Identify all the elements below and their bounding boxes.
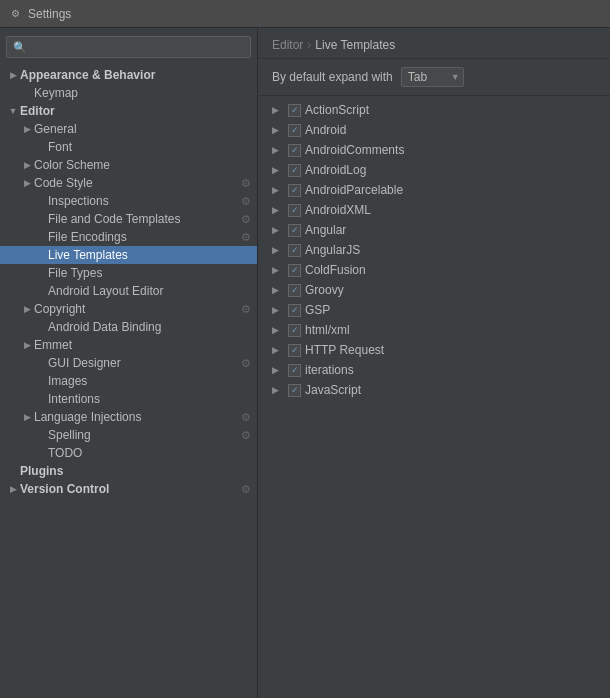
template-item[interactable]: ▶✓ActionScript [258, 100, 610, 120]
sidebar-item-emmet[interactable]: ▶Emmet [0, 336, 257, 354]
sidebar-item-label: Version Control [20, 482, 109, 496]
template-checkbox[interactable]: ✓ [288, 284, 301, 297]
sidebar-item-file-encodings[interactable]: File Encodings⚙ [0, 228, 257, 246]
sidebar-item-label: Android Data Binding [48, 320, 161, 334]
template-name: Angular [305, 223, 346, 237]
sidebar-item-intentions[interactable]: Intentions [0, 390, 257, 408]
arrow-icon: ▶ [20, 178, 34, 188]
template-name: html/xml [305, 323, 350, 337]
template-name: ActionScript [305, 103, 369, 117]
gear-icon: ⚙ [241, 303, 251, 316]
gear-icon: ⚙ [241, 483, 251, 496]
template-item[interactable]: ▶✓HTTP Request [258, 340, 610, 360]
sidebar-item-label: File Encodings [48, 230, 127, 244]
template-name: JavaScript [305, 383, 361, 397]
template-name: GSP [305, 303, 330, 317]
template-checkbox[interactable]: ✓ [288, 224, 301, 237]
sidebar-item-live-templates[interactable]: Live Templates [0, 246, 257, 264]
sidebar-item-label: Code Style [34, 176, 93, 190]
template-item[interactable]: ▶✓ColdFusion [258, 260, 610, 280]
template-item[interactable]: ▶✓html/xml [258, 320, 610, 340]
template-checkbox[interactable]: ✓ [288, 344, 301, 357]
arrow-icon: ▶ [20, 412, 34, 422]
sidebar-item-editor[interactable]: ▼Editor [0, 102, 257, 120]
template-item[interactable]: ▶✓AndroidComments [258, 140, 610, 160]
template-item[interactable]: ▶✓AndroidParcelable [258, 180, 610, 200]
template-item[interactable]: ▶✓Groovy [258, 280, 610, 300]
template-item[interactable]: ▶✓GSP [258, 300, 610, 320]
sidebar-item-label: Plugins [20, 464, 63, 478]
template-checkbox[interactable]: ✓ [288, 144, 301, 157]
sidebar-tree: ▶Appearance & BehaviorKeymap▼Editor▶Gene… [0, 66, 257, 698]
template-name: AndroidXML [305, 203, 371, 217]
sidebar-item-android-data-binding[interactable]: Android Data Binding [0, 318, 257, 336]
sidebar-item-copyright[interactable]: ▶Copyright⚙ [0, 300, 257, 318]
sidebar-item-todo[interactable]: TODO [0, 444, 257, 462]
sidebar-item-general[interactable]: ▶General [0, 120, 257, 138]
breadcrumb-parent: Editor [272, 38, 303, 52]
search-icon: 🔍 [13, 41, 27, 54]
title-bar: ⚙ Settings [0, 0, 610, 28]
template-checkbox[interactable]: ✓ [288, 244, 301, 257]
template-item[interactable]: ▶✓AndroidXML [258, 200, 610, 220]
template-expand-arrow-icon: ▶ [272, 365, 284, 375]
sidebar-item-inspections[interactable]: Inspections⚙ [0, 192, 257, 210]
sidebar-item-keymap[interactable]: Keymap [0, 84, 257, 102]
sidebar-item-color-scheme[interactable]: ▶Color Scheme [0, 156, 257, 174]
template-expand-arrow-icon: ▶ [272, 325, 284, 335]
template-item[interactable]: ▶✓Angular [258, 220, 610, 240]
sidebar-item-gui-designer[interactable]: GUI Designer⚙ [0, 354, 257, 372]
sidebar-item-plugins[interactable]: Plugins [0, 462, 257, 480]
arrow-icon: ▶ [6, 484, 20, 494]
sidebar-item-label: File and Code Templates [48, 212, 181, 226]
template-checkbox[interactable]: ✓ [288, 204, 301, 217]
sidebar-item-label: Language Injections [34, 410, 141, 424]
sidebar-item-label: Android Layout Editor [48, 284, 163, 298]
expand-row: By default expand with TabEnterSpace ▼ [258, 59, 610, 96]
sidebar-item-android-layout-editor[interactable]: Android Layout Editor [0, 282, 257, 300]
settings-icon: ⚙ [8, 7, 22, 21]
main-layout: 🔍 ▶Appearance & BehaviorKeymap▼Editor▶Ge… [0, 28, 610, 698]
template-name: AngularJS [305, 243, 360, 257]
sidebar-item-version-control[interactable]: ▶Version Control⚙ [0, 480, 257, 498]
template-checkbox[interactable]: ✓ [288, 184, 301, 197]
search-input[interactable] [31, 40, 244, 54]
sidebar-item-label: Font [48, 140, 72, 154]
breadcrumb-separator: › [307, 38, 311, 52]
sidebar-item-file-and-code-templates[interactable]: File and Code Templates⚙ [0, 210, 257, 228]
template-checkbox[interactable]: ✓ [288, 324, 301, 337]
template-checkbox[interactable]: ✓ [288, 124, 301, 137]
template-checkbox[interactable]: ✓ [288, 164, 301, 177]
template-checkbox[interactable]: ✓ [288, 384, 301, 397]
sidebar-item-file-types[interactable]: File Types [0, 264, 257, 282]
expand-dropdown[interactable]: TabEnterSpace [401, 67, 464, 87]
sidebar-item-appearance-behavior[interactable]: ▶Appearance & Behavior [0, 66, 257, 84]
sidebar-item-label: Spelling [48, 428, 91, 442]
sidebar-item-label: Appearance & Behavior [20, 68, 155, 82]
template-name: HTTP Request [305, 343, 384, 357]
template-item[interactable]: ▶✓AngularJS [258, 240, 610, 260]
template-checkbox[interactable]: ✓ [288, 264, 301, 277]
template-checkbox[interactable]: ✓ [288, 104, 301, 117]
template-item[interactable]: ▶✓AndroidLog [258, 160, 610, 180]
arrow-icon: ▶ [6, 70, 20, 80]
template-checkbox[interactable]: ✓ [288, 364, 301, 377]
template-item[interactable]: ▶✓JavaScript [258, 380, 610, 400]
template-expand-arrow-icon: ▶ [272, 145, 284, 155]
sidebar-item-font[interactable]: Font [0, 138, 257, 156]
sidebar-item-label: Intentions [48, 392, 100, 406]
arrow-icon: ▶ [20, 160, 34, 170]
expand-label: By default expand with [272, 70, 393, 84]
template-checkbox[interactable]: ✓ [288, 304, 301, 317]
template-expand-arrow-icon: ▶ [272, 165, 284, 175]
sidebar-item-code-style[interactable]: ▶Code Style⚙ [0, 174, 257, 192]
sidebar-item-spelling[interactable]: Spelling⚙ [0, 426, 257, 444]
template-item[interactable]: ▶✓Android [258, 120, 610, 140]
sidebar-item-images[interactable]: Images [0, 372, 257, 390]
sidebar-item-language-injections[interactable]: ▶Language Injections⚙ [0, 408, 257, 426]
template-expand-arrow-icon: ▶ [272, 225, 284, 235]
template-expand-arrow-icon: ▶ [272, 205, 284, 215]
search-box[interactable]: 🔍 [6, 36, 251, 58]
template-item[interactable]: ▶✓iterations [258, 360, 610, 380]
arrow-icon: ▼ [6, 106, 20, 116]
